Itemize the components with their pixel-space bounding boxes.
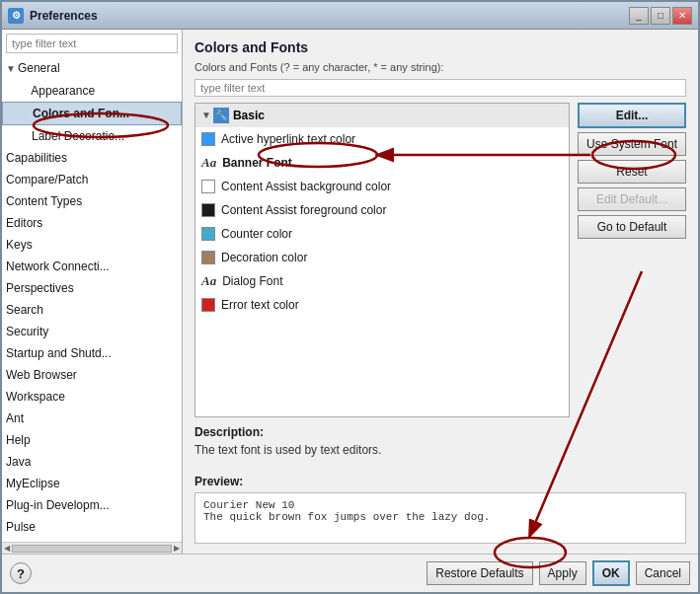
panel-title: Colors and Fonts — [194, 39, 686, 55]
color-swatch-content-assist-fg — [201, 203, 215, 217]
colors-list: ▼ 🔧 Basic Active hyperlink text color Aa… — [194, 103, 570, 417]
list-item-label-content-assist-bg: Content Assist background color — [221, 177, 391, 196]
list-item-active-hyperlink[interactable]: Active hyperlink text color — [195, 127, 569, 151]
colors-list-area: ▼ 🔧 Basic Active hyperlink text color Aa… — [194, 103, 686, 417]
edit-default-button[interactable]: Edit Default... — [578, 187, 686, 211]
list-item-banner-font[interactable]: Aa Banner Font — [195, 151, 569, 175]
window-icon: ⚙ — [8, 8, 24, 24]
sidebar: ▼General Appearance Colors and Fon... La… — [2, 30, 183, 554]
list-item-label-active-hyperlink: Active hyperlink text color — [221, 129, 355, 149]
group-expand-icon: ▼ — [201, 106, 211, 125]
sidebar-item-capabilities[interactable]: Capabilities — [2, 147, 182, 169]
sidebar-item-colors-fonts[interactable]: Colors and Fon... — [2, 102, 182, 125]
bottom-left: ? — [10, 562, 32, 584]
preview-box: Courier New 10 The quick brown fox jumps… — [194, 492, 686, 544]
sidebar-item-myeclipse[interactable]: MyEclipse — [2, 473, 182, 494]
panel-subtitle: Colors and Fonts (? = any character, * =… — [194, 61, 686, 73]
list-item-label-counter: Counter color — [221, 224, 292, 244]
colors-filter-input[interactable] — [194, 79, 686, 97]
preferences-window: ⚙ Preferences _ □ ✕ ▼General Appearance … — [0, 0, 700, 594]
sidebar-item-compare[interactable]: Compare/Patch — [2, 169, 182, 190]
group-icon: 🔧 — [213, 108, 229, 123]
color-swatch-counter — [201, 227, 215, 241]
color-swatch-decoration — [201, 251, 215, 264]
sidebar-filter-input[interactable] — [6, 34, 178, 53]
list-item-error-text-color[interactable]: Error text color — [195, 293, 569, 317]
apply-button[interactable]: Apply — [539, 561, 586, 585]
main-panel: Colors and Fonts Colors and Fonts (? = a… — [183, 30, 698, 554]
list-item-decoration-color[interactable]: Decoration color — [195, 246, 569, 269]
group-label: Basic — [233, 106, 265, 125]
preview-label: Preview: — [194, 475, 686, 488]
sidebar-item-appearance[interactable]: Appearance — [2, 80, 182, 102]
scroll-left-icon[interactable]: ◀ — [4, 544, 10, 553]
maximize-button[interactable]: □ — [651, 7, 670, 25]
edit-button[interactable]: Edit... — [578, 103, 686, 128]
font-icon-dialog: Aa — [201, 271, 216, 291]
list-item-counter-color[interactable]: Counter color — [195, 222, 569, 246]
preview-area: Preview: Courier New 10 The quick brown … — [194, 475, 686, 544]
sidebar-item-general[interactable]: ▼General — [2, 57, 182, 80]
sidebar-item-editors[interactable]: Editors — [2, 212, 182, 234]
sidebar-tree: ▼General Appearance Colors and Fon... La… — [2, 57, 182, 542]
help-button[interactable]: ? — [10, 562, 32, 584]
preview-line1: Courier New 10 — [203, 499, 677, 511]
sidebar-item-help[interactable]: Help — [2, 429, 182, 451]
description-area: Description: The text font is used by te… — [194, 425, 686, 467]
description-text: The text font is used by text editors. — [194, 443, 686, 467]
description-label: Description: — [194, 425, 686, 439]
sidebar-item-web-browser[interactable]: Web Browser — [2, 364, 182, 386]
list-item-label-error: Error text color — [221, 295, 299, 315]
sidebar-item-perspectives[interactable]: Perspectives — [2, 277, 182, 299]
sidebar-item-network[interactable]: Network Connecti... — [2, 256, 182, 277]
window-controls: _ □ ✕ — [629, 7, 692, 25]
sidebar-item-label-deco[interactable]: Label Decoratio... — [2, 125, 182, 147]
sidebar-item-security[interactable]: Security — [2, 321, 182, 342]
list-item-content-assist-bg[interactable]: Content Assist background color — [195, 175, 569, 198]
color-swatch-content-assist-bg — [201, 180, 215, 193]
content-area: ▼General Appearance Colors and Fon... La… — [2, 30, 698, 554]
sidebar-item-search[interactable]: Search — [2, 299, 182, 321]
sidebar-item-ant[interactable]: Ant — [2, 408, 182, 429]
title-bar: ⚙ Preferences _ □ ✕ — [2, 2, 698, 30]
sidebar-item-content-types[interactable]: Content Types — [2, 190, 182, 212]
use-system-font-button[interactable]: Use System Font — [578, 132, 686, 156]
reset-button[interactable]: Reset — [578, 160, 686, 184]
list-item-label-content-assist-fg: Content Assist foreground color — [221, 200, 386, 220]
list-item-label-banner-font: Banner Font — [222, 153, 292, 173]
expand-icon: ▼ — [6, 63, 16, 74]
go-to-default-button[interactable]: Go to Default — [578, 215, 686, 239]
sidebar-scrollbar[interactable]: ◀ ▶ — [2, 542, 182, 554]
preview-line2: The quick brown fox jumps over the lazy … — [203, 511, 677, 523]
list-item-label-decoration: Decoration color — [221, 248, 307, 267]
ok-button[interactable]: OK — [592, 560, 630, 586]
sidebar-item-workspace[interactable]: Workspace — [2, 386, 182, 408]
sidebar-item-plugin-dev[interactable]: Plug-in Developm... — [2, 494, 182, 516]
action-buttons: Edit... Use System Font Reset Edit Defau… — [578, 103, 686, 417]
list-item-content-assist-fg[interactable]: Content Assist foreground color — [195, 198, 569, 222]
close-button[interactable]: ✕ — [672, 7, 692, 25]
list-item-label-dialog-font: Dialog Font — [222, 271, 282, 291]
cancel-button[interactable]: Cancel — [636, 561, 690, 585]
scroll-right-icon[interactable]: ▶ — [174, 544, 180, 553]
sidebar-item-java[interactable]: Java — [2, 451, 182, 473]
sidebar-item-keys[interactable]: Keys — [2, 234, 182, 256]
restore-defaults-button[interactable]: Restore Defaults — [427, 561, 532, 585]
list-group-basic[interactable]: ▼ 🔧 Basic — [195, 104, 569, 127]
color-swatch-error — [201, 298, 215, 312]
sidebar-item-pulse[interactable]: Pulse — [2, 516, 182, 538]
font-icon-banner: Aa — [201, 153, 216, 173]
color-swatch-active-hyperlink — [201, 132, 215, 146]
sidebar-item-startup[interactable]: Startup and Shutd... — [2, 342, 182, 364]
window-title: Preferences — [30, 9, 629, 23]
list-item-dialog-font[interactable]: Aa Dialog Font — [195, 269, 569, 293]
bottom-bar: ? Restore Defaults Apply OK Cancel — [2, 554, 698, 592]
minimize-button[interactable]: _ — [629, 7, 649, 25]
